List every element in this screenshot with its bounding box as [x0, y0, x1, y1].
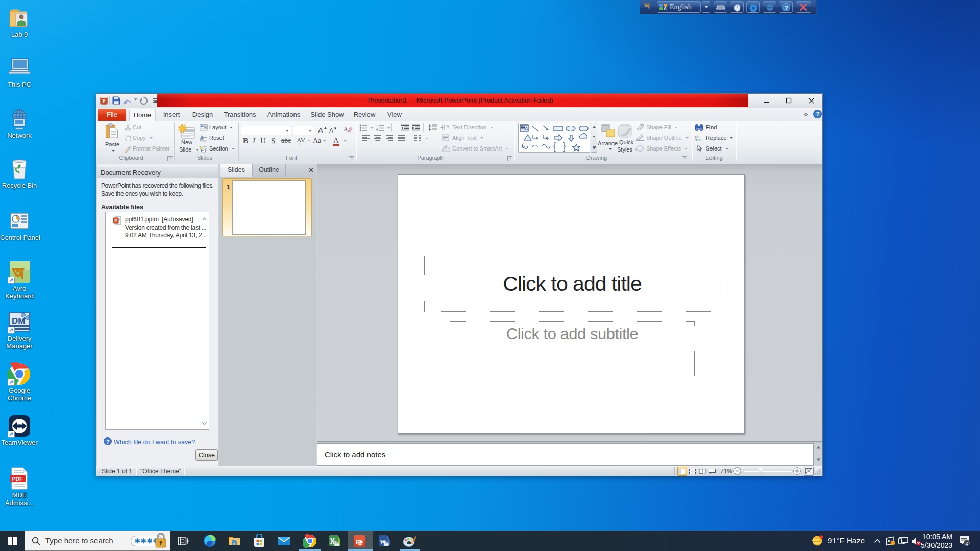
- svg-text:P: P: [114, 218, 117, 223]
- svg-text:2: 2: [966, 540, 968, 546]
- svg-text:DM: DM: [12, 316, 25, 326]
- svg-text:3: 3: [376, 129, 378, 131]
- svg-text:?: ?: [816, 111, 820, 118]
- svg-text:?: ?: [106, 439, 110, 445]
- svg-text:A: A: [446, 124, 450, 129]
- svg-text:PDF: PDF: [12, 475, 23, 482]
- svg-text:A: A: [344, 126, 348, 132]
- svg-text:A: A: [664, 6, 667, 11]
- svg-text:ac: ac: [698, 138, 702, 142]
- svg-text:?: ?: [784, 4, 788, 11]
- svg-text:A: A: [525, 126, 528, 131]
- svg-text:P: P: [102, 98, 105, 104]
